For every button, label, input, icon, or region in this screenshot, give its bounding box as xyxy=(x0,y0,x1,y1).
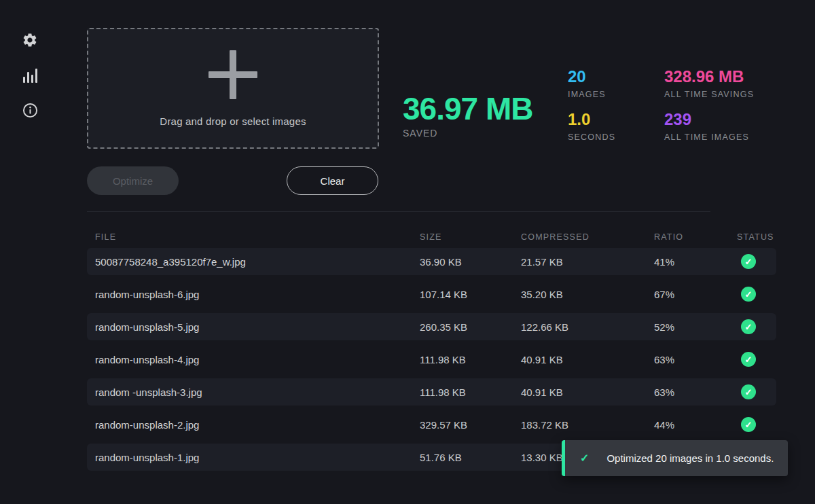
dropzone-label: Drag and drop or select images xyxy=(160,115,306,127)
stats-column-session: 20 IMAGES 1.0 SECONDS xyxy=(568,67,615,142)
cell-status: ✓ xyxy=(737,417,776,432)
cell-status: ✓ xyxy=(737,352,776,367)
table-row: random-unsplash-5.jpg 260.35 KB 122.66 K… xyxy=(87,313,776,340)
images-label: IMAGES xyxy=(568,90,615,99)
divider xyxy=(87,211,710,212)
table-row: random-unsplash-4.jpg 111.98 KB 40.91 KB… xyxy=(87,346,776,373)
check-circle-icon: ✓ xyxy=(741,287,756,302)
cell-file: random-unsplash-5.jpg xyxy=(95,321,420,333)
gear-icon xyxy=(22,32,38,51)
check-circle-icon: ✓ xyxy=(741,384,756,399)
table-row: random -unsplash-3.jpg 111.98 KB 40.91 K… xyxy=(87,378,776,406)
cell-ratio: 52% xyxy=(654,321,737,333)
check-circle-icon: ✓ xyxy=(741,352,756,367)
seconds-value: 1.0 xyxy=(568,110,615,129)
cell-file: random-unsplash-1.jpg xyxy=(95,452,420,463)
sidebar-item-settings[interactable] xyxy=(20,32,39,51)
cell-file: random-unsplash-4.jpg xyxy=(95,354,420,365)
table-row: 50087758248_a395120f7e_w.jpg 36.90 KB 21… xyxy=(87,248,776,275)
toast-check-icon: ✓ xyxy=(580,452,589,465)
saved-value: 36.97 MB xyxy=(403,92,532,125)
header-status: STATUS xyxy=(737,232,776,242)
cell-status: ✓ xyxy=(737,319,776,334)
file-table-body: 50087758248_a395120f7e_w.jpg 36.90 KB 21… xyxy=(87,248,776,471)
sidebar-item-about[interactable] xyxy=(20,102,39,121)
info-icon xyxy=(22,103,38,121)
cell-compressed: 122.66 KB xyxy=(521,321,654,333)
cell-file: random-unsplash-2.jpg xyxy=(95,419,420,431)
cell-ratio: 63% xyxy=(654,354,737,365)
cell-ratio: 63% xyxy=(654,386,737,398)
cell-size: 51.76 KB xyxy=(420,452,521,463)
cell-size: 111.98 KB xyxy=(420,386,521,398)
cell-size: 36.90 KB xyxy=(420,256,521,268)
toast-message: Optimized 20 images in 1.0 seconds. xyxy=(606,452,774,464)
check-circle-icon: ✓ xyxy=(741,319,756,334)
alltime-savings-label: ALL TIME SAVINGS xyxy=(664,90,754,99)
alltime-images-value: 239 xyxy=(664,110,754,129)
cell-status: ✓ xyxy=(737,287,776,302)
sidebar-item-stats[interactable] xyxy=(20,66,39,85)
alltime-savings-stat: 328.96 MB ALL TIME SAVINGS xyxy=(664,67,754,99)
cell-compressed: 40.91 KB xyxy=(521,386,654,398)
cell-ratio: 41% xyxy=(654,256,737,268)
header-compressed: COMPRESSED xyxy=(521,232,654,242)
cell-size: 260.35 KB xyxy=(420,321,521,333)
header-file: FILE xyxy=(95,232,420,242)
cell-size: 329.57 KB xyxy=(420,419,521,431)
stats-column-alltime: 328.96 MB ALL TIME SAVINGS 239 ALL TIME … xyxy=(664,67,754,142)
header-ratio: RATIO xyxy=(654,232,737,242)
cell-compressed: 35.20 KB xyxy=(521,289,654,300)
table-row: random-unsplash-6.jpg 107.14 KB 35.20 KB… xyxy=(87,281,776,308)
optimize-button[interactable]: Optimize xyxy=(87,166,179,195)
cell-status: ✓ xyxy=(737,254,776,269)
cell-size: 111.98 KB xyxy=(420,354,521,365)
cell-file: random-unsplash-6.jpg xyxy=(95,289,420,300)
plus-icon xyxy=(209,50,257,99)
toast-notification: ✓ Optimized 20 images in 1.0 seconds. xyxy=(562,440,788,476)
cell-compressed: 21.57 KB xyxy=(521,256,654,268)
cell-compressed: 183.72 KB xyxy=(521,419,654,431)
cell-ratio: 44% xyxy=(654,419,737,431)
check-circle-icon: ✓ xyxy=(741,254,756,269)
images-value: 20 xyxy=(568,67,615,86)
header-size: SIZE xyxy=(420,232,521,242)
cell-file: 50087758248_a395120f7e_w.jpg xyxy=(95,256,420,268)
alltime-images-label: ALL TIME IMAGES xyxy=(664,132,754,142)
file-table: FILE SIZE COMPRESSED RATIO STATUS 500877… xyxy=(87,228,776,476)
cell-size: 107.14 KB xyxy=(420,289,521,300)
cell-status: ✓ xyxy=(737,384,776,399)
clear-button[interactable]: Clear xyxy=(287,166,378,195)
alltime-images-stat: 239 ALL TIME IMAGES xyxy=(664,110,754,142)
saved-stat: 36.97 MB SAVED xyxy=(403,92,532,139)
seconds-stat: 1.0 SECONDS xyxy=(568,110,615,142)
saved-label: SAVED xyxy=(403,128,532,139)
sidebar xyxy=(0,0,60,504)
bar-chart-icon xyxy=(23,68,37,83)
alltime-savings-value: 328.96 MB xyxy=(664,67,754,86)
table-header: FILE SIZE COMPRESSED RATIO STATUS xyxy=(87,228,776,246)
cell-ratio: 67% xyxy=(654,289,737,300)
cell-file: random -unsplash-3.jpg xyxy=(95,386,420,398)
seconds-label: SECONDS xyxy=(568,132,615,142)
cell-compressed: 40.91 KB xyxy=(521,354,654,365)
images-stat: 20 IMAGES xyxy=(568,67,615,99)
check-circle-icon: ✓ xyxy=(741,417,756,432)
dropzone[interactable]: Drag and drop or select images xyxy=(87,28,379,149)
table-row: random-unsplash-2.jpg 329.57 KB 183.72 K… xyxy=(87,411,776,438)
